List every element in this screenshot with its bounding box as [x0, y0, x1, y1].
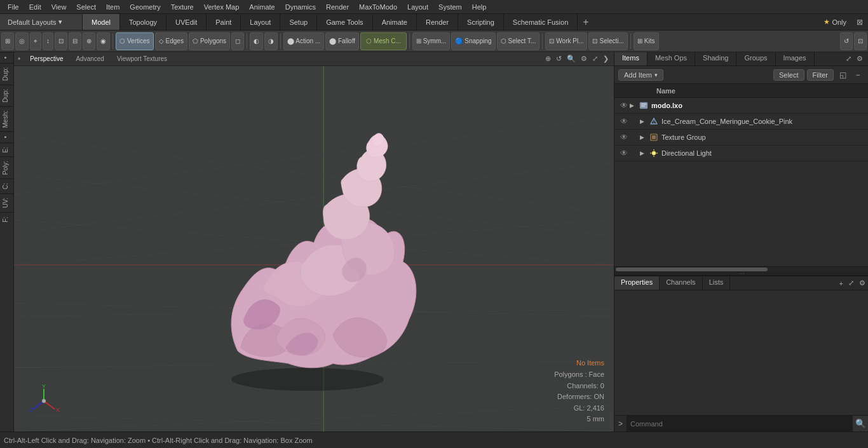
viewport-textures-btn[interactable]: Viewport Textures [114, 54, 170, 64]
items-expand-icon[interactable]: ⤢ [843, 53, 854, 64]
items-collapse-icon[interactable]: ◱ [836, 69, 849, 81]
menu-file[interactable]: File [3, 2, 24, 12]
toggle-btn-7[interactable]: ⊕ [83, 32, 95, 50]
second-toggle-btn[interactable]: ◑ [264, 32, 278, 50]
kits-button[interactable]: ⊞ Kits [634, 32, 659, 50]
menu-item[interactable]: Item [101, 2, 125, 12]
vertices-mode-button[interactable]: ⬡ Vertices [116, 32, 154, 50]
props-expand-icon[interactable]: ⤢ [846, 278, 857, 288]
viewport[interactable]: No Items Polygons : Face Channels: 0 Def… [14, 66, 614, 431]
item-expand-light[interactable]: ▶ [640, 150, 649, 156]
falloff-button[interactable]: ⬤ Falloff [325, 32, 359, 50]
maximize-button[interactable]: ⊠ [851, 18, 868, 27]
selection-button[interactable]: ⊡ Selecti... [588, 32, 627, 50]
falloff-toggle-btn[interactable]: ◐ [250, 32, 263, 50]
action-button[interactable]: ⬤ Action ... [283, 32, 324, 50]
viewport-advanced-btn[interactable]: Advanced [72, 54, 107, 64]
select-button[interactable]: Select [773, 69, 804, 81]
menu-render[interactable]: Render [321, 2, 354, 12]
props-plus-icon[interactable]: + [837, 278, 846, 288]
viewport-perspective-btn[interactable]: Perspective [27, 54, 66, 64]
layout-tab-uvedit[interactable]: UVEdit [166, 14, 207, 30]
menu-dynamics[interactable]: Dynamics [280, 2, 321, 12]
menu-layout[interactable]: Layout [402, 2, 433, 12]
layout-tab-schematic[interactable]: Schematic Fusion [504, 14, 578, 30]
menu-select[interactable]: Select [71, 2, 101, 12]
left-tab-e[interactable]: E: [0, 142, 13, 156]
workplane-button[interactable]: ⊡ Work Pl... [545, 32, 587, 50]
left-tab-poly[interactable]: Poly: [0, 156, 13, 179]
left-tab-mesh[interactable]: Mesh: [0, 106, 13, 132]
layout-tab-layout[interactable]: Layout [241, 14, 280, 30]
item-row-mesh[interactable]: 👁 ▶ Ice_Cream_Cone_Meringue_Cookie_Pink [614, 114, 868, 130]
add-item-button[interactable]: Add Item ▾ [618, 69, 663, 81]
command-search-button[interactable]: 🔍 [853, 416, 868, 431]
viewport-compass-icon[interactable]: ⊕ [544, 53, 552, 64]
props-gear-icon[interactable]: ⚙ [857, 278, 868, 288]
item-row-light[interactable]: 👁 ▶ Directional Light [614, 146, 868, 161]
layout-tab-paint[interactable]: Paint [207, 14, 241, 30]
select-tool-button[interactable]: ⬡ Select T... [497, 32, 540, 50]
layout-dropdown[interactable]: Default Layouts ▾ [0, 14, 83, 30]
left-tab-uv[interactable]: UV: [0, 193, 13, 212]
layout-tab-scripting[interactable]: Scripting [458, 14, 504, 30]
item-row-texgroup[interactable]: 👁 ▶ Texture Group [614, 130, 868, 146]
star-only-button[interactable]: ★ Only [818, 18, 851, 26]
menu-system[interactable]: System [433, 2, 467, 12]
left-tab-c[interactable]: C: [0, 179, 13, 193]
viewport-rotate-icon[interactable]: ↺ [555, 53, 563, 64]
polygons-mode-button[interactable]: ⬠ Polygons [189, 32, 230, 50]
item-expand-root[interactable]: ▶ [630, 102, 639, 109]
filter-button[interactable]: Filter [807, 69, 834, 81]
toggle-btn-1[interactable]: ⊞ [1, 32, 14, 50]
snapping-button[interactable]: 🔵 Snapping [451, 32, 495, 50]
layout-tab-render[interactable]: Render [417, 14, 458, 30]
props-tab-properties[interactable]: Properties [614, 276, 660, 290]
add-layout-button[interactable]: + [578, 17, 593, 28]
toggle-btn-8[interactable]: ◉ [97, 32, 110, 50]
layout-tab-gametools[interactable]: Game Tools [317, 14, 373, 30]
props-tab-channels[interactable]: Channels [660, 276, 702, 290]
items-gear-icon[interactable]: ⚙ [854, 53, 865, 64]
left-tab-dup2[interactable]: Dup: [0, 85, 13, 106]
layout-tab-animate[interactable]: Animate [373, 14, 417, 30]
items-tab-shading[interactable]: Shading [695, 52, 736, 65]
menu-edit[interactable]: Edit [24, 2, 46, 12]
item-eye-light[interactable]: 👁 [618, 147, 630, 159]
mesh-button[interactable]: ⬡ Mesh C... [360, 32, 407, 50]
props-tab-lists[interactable]: Lists [703, 276, 731, 290]
symmetry-button[interactable]: ⊞ Symm... [412, 32, 450, 50]
toggle-btn-3[interactable]: ⌖ [30, 32, 41, 50]
menu-maxtomodo[interactable]: MaxToModo [354, 2, 402, 12]
menu-view[interactable]: View [46, 2, 72, 12]
items-tab-groups[interactable]: Groups [736, 52, 775, 65]
toggle-btn-4[interactable]: ↕ [43, 32, 53, 50]
left-tab-blank[interactable]: • [0, 52, 13, 63]
command-arrow-icon[interactable]: > [614, 417, 627, 431]
element-mode-button[interactable]: ◻ [231, 32, 244, 50]
viewport-chevron-icon[interactable]: ❯ [602, 53, 610, 64]
toggle-btn-2[interactable]: ◎ [15, 32, 29, 50]
menu-texture[interactable]: Texture [166, 2, 199, 12]
view-fit-button[interactable]: ⊡ [854, 32, 867, 50]
view-reset-button[interactable]: ↺ [840, 32, 853, 50]
item-expand-mesh[interactable]: ▶ [640, 118, 649, 125]
edges-mode-button[interactable]: ◇ Edges [155, 32, 187, 50]
viewport-expand-icon[interactable]: ⤢ [591, 53, 599, 64]
item-eye-mesh[interactable]: 👁 [618, 116, 630, 127]
item-expand-texgroup[interactable]: ▶ [640, 134, 649, 140]
items-tab-images[interactable]: Images [776, 52, 815, 65]
items-tab-meshops[interactable]: Mesh Ops [648, 52, 695, 65]
item-eye-root[interactable]: 👁 [618, 100, 630, 111]
menu-help[interactable]: Help [467, 2, 492, 12]
layout-tab-model[interactable]: Model [83, 14, 120, 30]
item-row-root[interactable]: 👁 ▶ modo.lxo [614, 98, 868, 114]
menu-vertex-map[interactable]: Vertex Map [199, 2, 245, 12]
layout-tab-topology[interactable]: Topology [120, 14, 166, 30]
left-tab-f[interactable]: F: [0, 212, 13, 226]
layout-tab-setup[interactable]: Setup [280, 14, 317, 30]
menu-animate[interactable]: Animate [244, 2, 280, 12]
left-tab-blank2[interactable]: • [0, 132, 13, 142]
toggle-btn-5[interactable]: ⊡ [55, 32, 67, 50]
item-eye-texgroup[interactable]: 👁 [618, 132, 630, 143]
